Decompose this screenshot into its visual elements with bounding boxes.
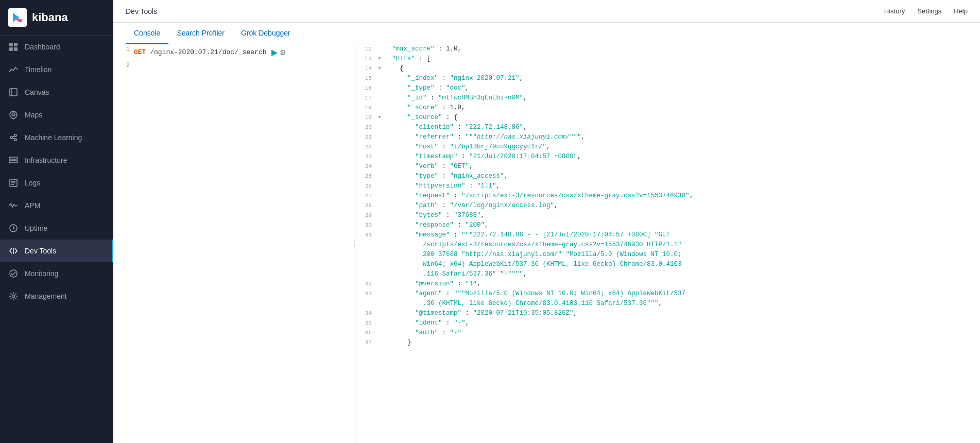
svg-line-11 xyxy=(12,136,14,137)
help-link[interactable]: Help xyxy=(954,7,968,15)
monitoring-icon xyxy=(8,268,19,279)
response-line-16: 16 "_type" : "doc", xyxy=(355,83,980,93)
line-num-2: 2 xyxy=(113,60,134,71)
response-line-19: 19 ▼ "_source" : { xyxy=(355,113,980,123)
response-line-14: 14 ▼ { xyxy=(355,64,980,74)
query-line-2: 2 xyxy=(113,60,355,71)
response-line-29: 29 "bytes" : "37688", xyxy=(355,211,980,220)
sidebar-item-timelion[interactable]: Timelion xyxy=(0,58,113,81)
svg-rect-14 xyxy=(9,161,18,163)
tab-search-profiler[interactable]: Search Profiler xyxy=(168,23,233,44)
svg-point-9 xyxy=(14,134,16,137)
editor-area: 1 GET /nginx-2020.07.21/doc/_search ▶ ⚙ … xyxy=(113,44,980,443)
sidebar-item-management[interactable]: Management xyxy=(0,285,113,308)
app-logo[interactable]: kibana xyxy=(0,0,113,36)
response-line-21: 21 "referrer" : """http://nas.xiajunyi.c… xyxy=(355,132,980,142)
svg-rect-13 xyxy=(9,157,18,159)
sidebar-item-management-label: Management xyxy=(25,292,67,300)
response-line-28: 28 "path" : "/var/log/nginx/access.log", xyxy=(355,201,980,211)
sidebar-item-maps[interactable]: Maps xyxy=(0,104,113,126)
sidebar-item-apm-label: APM xyxy=(25,201,40,210)
svg-line-12 xyxy=(12,138,14,139)
tab-grok-debugger[interactable]: Grok Debugger xyxy=(233,23,299,44)
settings-link[interactable]: Settings xyxy=(917,7,941,15)
response-line-23: 23 "timestamp" : "21/Jul/2020:17:04:57 +… xyxy=(355,152,980,162)
sidebar-item-machine-learning[interactable]: Machine Learning xyxy=(0,126,113,149)
sidebar: kibana Dashboard Timelion Canvas Maps Ma… xyxy=(0,0,113,443)
run-button[interactable]: ▶ xyxy=(270,46,279,58)
wrench-button[interactable]: ⚙ xyxy=(279,47,287,58)
sidebar-item-infrastructure[interactable]: Infrastructure xyxy=(0,149,113,172)
sidebar-item-timelion-label: Timelion xyxy=(25,65,51,74)
response-scroll[interactable]: 12 "max_score" : 1.0, 13 ▼ "hits" : [ 14… xyxy=(355,44,980,443)
uptime-icon xyxy=(8,223,19,233)
svg-point-24 xyxy=(12,295,15,298)
svg-point-8 xyxy=(10,137,12,139)
response-line-27: 27 "request" : "/scripts/ext-3/resources… xyxy=(355,191,980,201)
devtools-icon xyxy=(8,246,19,256)
svg-rect-4 xyxy=(14,47,18,51)
sidebar-item-apm[interactable]: APM xyxy=(0,194,113,217)
maps-icon xyxy=(8,110,19,120)
app-name: kibana xyxy=(32,11,68,24)
sidebar-item-uptime-label: Uptime xyxy=(25,224,47,232)
sidebar-item-uptime[interactable]: Uptime xyxy=(0,217,113,240)
apm-icon xyxy=(8,200,19,211)
svg-rect-1 xyxy=(9,43,13,46)
response-line-20: 20 "clientip" : "222.72.148.86", xyxy=(355,123,980,132)
response-line-37: 37 } xyxy=(355,338,980,348)
query-editor[interactable]: 1 GET /nginx-2020.07.21/doc/_search ▶ ⚙ … xyxy=(113,44,355,443)
topbar: Dev Tools History Settings Help xyxy=(113,0,980,23)
sidebar-item-devtools-label: Dev Tools xyxy=(25,247,56,255)
infrastructure-icon xyxy=(8,155,19,165)
response-line-31: 31 "message" : """222.72.148.86 - - [21/… xyxy=(355,230,980,279)
svg-rect-3 xyxy=(9,47,13,51)
svg-point-7 xyxy=(12,113,15,116)
line-num-1: 1 xyxy=(113,44,134,55)
tabs-bar: Console Search Profiler Grok Debugger xyxy=(113,23,980,44)
main-content: Dev Tools History Settings Help Console … xyxy=(113,0,980,443)
response-line-22: 22 "host" : "iZbp13brj79cu9qgcyyc1rZ", xyxy=(355,142,980,152)
svg-rect-2 xyxy=(14,43,18,46)
query-method: GET xyxy=(134,48,146,56)
response-line-15: 15 "_index" : "nginx-2020.07.21", xyxy=(355,74,980,83)
sidebar-item-dev-tools[interactable]: Dev Tools xyxy=(0,240,113,262)
response-pane: 12 "max_score" : 1.0, 13 ▼ "hits" : [ 14… xyxy=(355,44,980,443)
tab-console[interactable]: Console xyxy=(126,23,168,44)
sidebar-item-logs[interactable]: Logs xyxy=(0,172,113,194)
canvas-icon xyxy=(8,87,19,97)
response-line-13: 13 ▼ "hits" : [ xyxy=(355,54,980,64)
response-line-12: 12 "max_score" : 1.0, xyxy=(355,44,980,54)
sidebar-item-canvas[interactable]: Canvas xyxy=(0,81,113,104)
response-line-36: 36 "auth" : "-" xyxy=(355,328,980,338)
ml-icon xyxy=(8,132,19,143)
logs-icon xyxy=(8,178,19,188)
query-first-line-content: GET /nginx-2020.07.21/doc/_search ▶ ⚙ xyxy=(134,44,287,60)
response-line-30: 30 "response" : "200", xyxy=(355,220,980,230)
pane-divider[interactable]: ⋮ xyxy=(352,233,355,254)
page-title: Dev Tools xyxy=(126,7,157,15)
response-line-34: 34 "@timestamp" : "2020-07-21T10:35:05.8… xyxy=(355,309,980,318)
response-line-18: 18 "_score" : 1.0, xyxy=(355,103,980,113)
svg-point-10 xyxy=(14,139,16,141)
query-pane: 1 GET /nginx-2020.07.21/doc/_search ▶ ⚙ … xyxy=(113,44,355,443)
query-line-1: 1 GET /nginx-2020.07.21/doc/_search ▶ ⚙ xyxy=(113,44,355,60)
sidebar-item-canvas-label: Canvas xyxy=(25,88,49,96)
history-link[interactable]: History xyxy=(884,7,905,15)
sidebar-item-monitoring[interactable]: Monitoring xyxy=(0,262,113,285)
sidebar-item-ml-label: Machine Learning xyxy=(25,133,82,142)
timelion-icon xyxy=(8,64,19,75)
response-line-35: 35 "ident" : "-", xyxy=(355,318,980,328)
sidebar-item-monitoring-label: Monitoring xyxy=(25,269,58,278)
kibana-logo-icon xyxy=(8,8,27,27)
sidebar-item-maps-label: Maps xyxy=(25,111,42,119)
topbar-actions: History Settings Help xyxy=(884,7,968,15)
response-line-17: 17 "_id" : "mtTwcHMBh3qEnEbi-n0M", xyxy=(355,93,980,103)
sidebar-item-infra-label: Infrastructure xyxy=(25,156,67,164)
dashboard-icon xyxy=(8,42,19,52)
response-line-25: 25 "type" : "nginx_access", xyxy=(355,172,980,181)
gear-icon xyxy=(8,291,19,301)
sidebar-item-dashboard[interactable]: Dashboard xyxy=(0,36,113,58)
response-line-32: 32 "@version" : "1", xyxy=(355,279,980,289)
response-line-26: 26 "httpversion" : "1.1", xyxy=(355,181,980,191)
